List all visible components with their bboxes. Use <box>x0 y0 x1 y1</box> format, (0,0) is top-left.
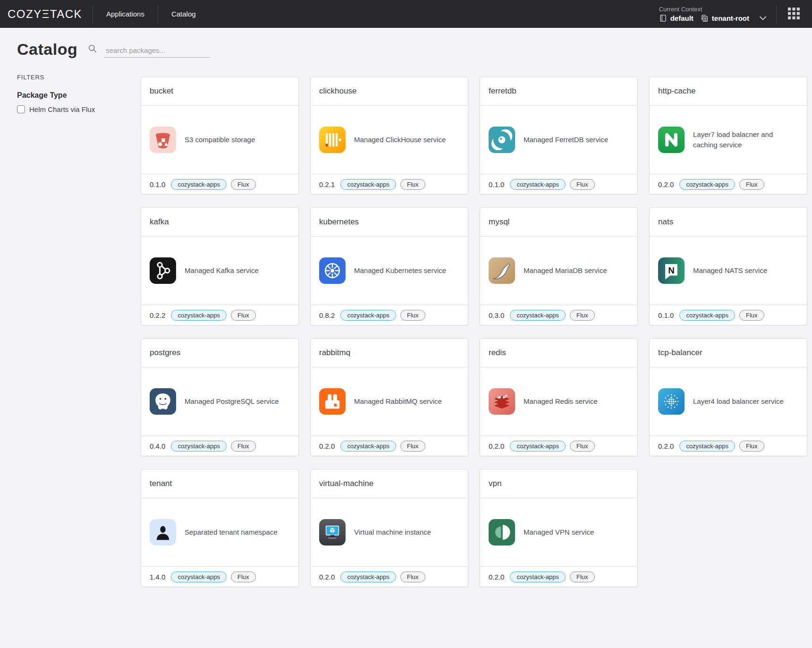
card-rabbitmq[interactable]: rabbitmq Managed RabbitMQ service 0.2.0 … <box>310 338 468 456</box>
card-postgres[interactable]: postgres Managed PostgreSQL service 0.4.… <box>141 338 299 456</box>
card-clickhouse[interactable]: clickhouse Managed ClickHouse service 0.… <box>310 77 468 195</box>
card-header: http-cache <box>650 77 807 106</box>
badge-cozystack-apps: cozystack-apps <box>340 310 396 321</box>
filter-option-label: Helm Charts via Flux <box>29 105 95 113</box>
card-title: nats <box>658 217 798 227</box>
card-badges: cozystack-appsFlux <box>510 441 594 452</box>
checkbox-icon[interactable] <box>17 105 25 113</box>
card-vpn[interactable]: vpn Managed VPN service 0.2.0 cozystack-… <box>480 469 638 587</box>
nginx-icon <box>658 127 685 153</box>
search-input[interactable] <box>104 43 210 58</box>
badge-flux: Flux <box>400 571 425 582</box>
card-title: ferretdb <box>489 86 629 96</box>
nats-icon: N <box>658 257 685 284</box>
card-badges: cozystack-appsFlux <box>171 441 255 452</box>
card-title: http-cache <box>658 86 798 96</box>
main-nav: Applications Catalog <box>93 0 209 28</box>
card-footer: 0.1.0 cozystack-appsFlux <box>650 305 807 325</box>
badge-cozystack-apps: cozystack-apps <box>679 441 735 452</box>
page-title: Catalog <box>17 40 77 59</box>
context-selector[interactable]: Current Context default tenant-root <box>650 6 776 22</box>
card-title: redis <box>489 348 629 358</box>
card-header: kubernetes <box>311 208 468 237</box>
card-badges: cozystack-appsFlux <box>510 571 594 582</box>
card-ferretdb[interactable]: ferretdb Managed FerretDB service 0.1.0 … <box>480 77 638 195</box>
card-header: tcp-balancer <box>650 339 807 367</box>
apps-grid-button[interactable] <box>777 8 804 21</box>
card-virtual-machine[interactable]: virtual-machine Virtual machine instance… <box>310 469 468 587</box>
redis-icon <box>489 388 515 415</box>
badge-flux: Flux <box>231 571 256 582</box>
card-version: 0.3.0 <box>489 311 504 319</box>
card-version: 0.2.2 <box>150 311 165 319</box>
badge-cozystack-apps: cozystack-apps <box>340 571 396 582</box>
badge-flux: Flux <box>400 310 425 321</box>
ferretdb-icon <box>489 127 515 153</box>
badge-cozystack-apps: cozystack-apps <box>679 310 735 321</box>
card-nats[interactable]: nats N Managed NATS service 0.1.0 cozyst… <box>649 207 807 325</box>
card-badges: cozystack-appsFlux <box>679 310 764 321</box>
nav-item-catalog[interactable]: Catalog <box>158 0 209 28</box>
card-header: rabbitmq <box>311 339 468 367</box>
card-body: Managed ClickHouse service <box>311 106 468 174</box>
card-footer: 0.2.0 cozystack-appsFlux <box>480 435 637 456</box>
navbar: COZYΞTACK Applications Catalog Current C… <box>0 0 812 28</box>
title-row: Catalog <box>17 40 805 59</box>
card-body: Managed RabbitMQ service <box>311 367 468 435</box>
main-content: Catalog FILTERS Package Type Helm Charts… <box>0 28 812 630</box>
card-mysql[interactable]: mysql Managed MariaDB service 0.3.0 cozy… <box>480 207 638 325</box>
badge-cozystack-apps: cozystack-apps <box>171 441 227 452</box>
card-description: Managed ClickHouse service <box>354 135 448 145</box>
card-header: mysql <box>480 208 637 237</box>
card-badges: cozystack-appsFlux <box>340 571 425 582</box>
card-header: clickhouse <box>311 77 468 106</box>
card-bucket[interactable]: bucket S3 compatible storage 0.1.0 cozys… <box>141 77 299 195</box>
tcp-balancer-icon <box>658 388 685 415</box>
card-title: rabbitmq <box>319 348 459 358</box>
package-type-label: Package Type <box>17 91 141 100</box>
card-footer: 0.2.0 cozystack-appsFlux <box>311 435 468 456</box>
card-title: clickhouse <box>319 86 459 96</box>
postgres-icon <box>150 388 176 415</box>
card-version: 0.2.0 <box>658 180 674 188</box>
badge-cozystack-apps: cozystack-apps <box>510 441 566 452</box>
badge-flux: Flux <box>570 571 595 582</box>
card-kubernetes[interactable]: kubernetes Managed Kubernetes service 0.… <box>310 207 468 325</box>
card-header: nats <box>650 208 807 237</box>
badge-cozystack-apps: cozystack-apps <box>510 571 566 582</box>
card-footer: 0.3.0 cozystack-appsFlux <box>480 305 637 325</box>
logo[interactable]: COZYΞTACK <box>0 8 93 21</box>
badge-cozystack-apps: cozystack-apps <box>171 179 227 190</box>
card-description: Managed VPN service <box>524 527 597 537</box>
card-body: Managed Kubernetes service <box>311 237 468 305</box>
card-version: 0.4.0 <box>150 442 165 450</box>
card-header: kafka <box>141 208 298 237</box>
card-body: N Managed NATS service <box>650 237 807 305</box>
card-version: 0.1.0 <box>150 180 165 188</box>
card-badges: cozystack-appsFlux <box>171 310 255 321</box>
nav-item-applications[interactable]: Applications <box>93 0 158 28</box>
card-tcp-balancer[interactable]: tcp-balancer Layer4 load balancer servic… <box>649 338 807 456</box>
card-title: tenant <box>150 479 290 488</box>
badge-cozystack-apps: cozystack-apps <box>171 310 227 321</box>
card-badges: cozystack-appsFlux <box>171 179 255 190</box>
card-http-cache[interactable]: http-cache Layer7 load balacner and cach… <box>649 77 807 195</box>
badge-cozystack-apps: cozystack-apps <box>510 179 566 190</box>
cluster-icon <box>659 14 667 22</box>
card-version: 0.8.2 <box>319 311 335 319</box>
badge-cozystack-apps: cozystack-apps <box>510 310 566 321</box>
card-tenant[interactable]: tenant Separated tenant namespace 1.4.0 … <box>141 469 299 587</box>
card-description: Layer7 load balacner and caching service <box>693 129 798 150</box>
clickhouse-icon <box>319 127 346 153</box>
namespace-icon <box>701 14 709 22</box>
filter-option-helm-charts-via-flux[interactable]: Helm Charts via Flux <box>17 105 141 113</box>
card-description: Managed NATS service <box>693 265 770 276</box>
badge-flux: Flux <box>570 179 595 190</box>
card-version: 1.4.0 <box>150 573 165 581</box>
badge-flux: Flux <box>231 441 256 452</box>
card-kafka[interactable]: kafka Managed Kafka service 0.2.2 cozyst… <box>141 207 299 325</box>
apps-grid-icon <box>788 8 800 21</box>
card-redis[interactable]: redis Managed Redis service 0.2.0 cozyst… <box>480 338 638 456</box>
context-cluster: default <box>670 14 694 22</box>
badge-flux: Flux <box>739 179 764 190</box>
